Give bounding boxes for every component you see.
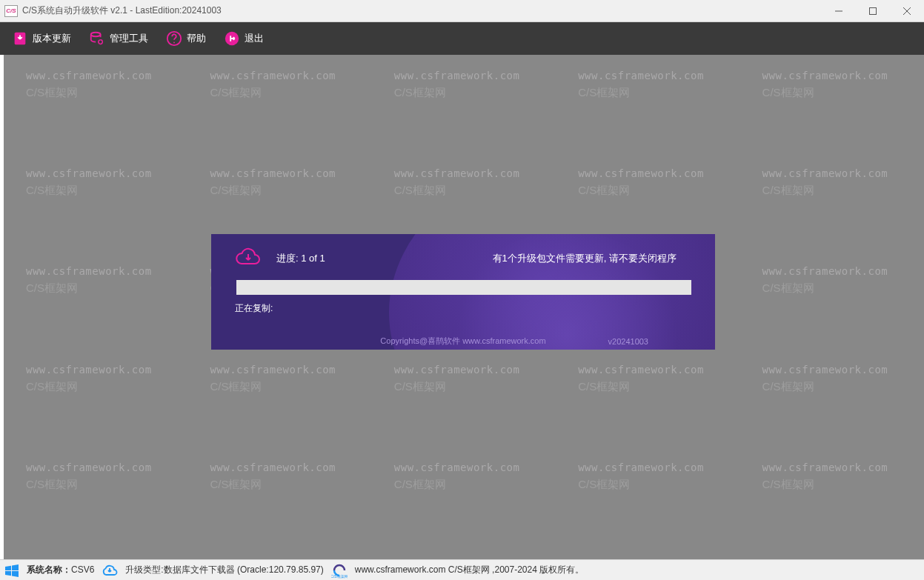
admin-tools-button[interactable]: 管理工具 [89, 30, 148, 47]
download-icon [12, 30, 28, 47]
watermark: www.csframework.comC/S框架网 [4, 265, 187, 363]
watermark: www.csframework.comC/S框架网 [4, 70, 187, 167]
upgrade-type-label: 升级类型:数据库文件下载器 (Oracle:120.79.85.97) [125, 564, 323, 576]
toolbar: 版本更新 管理工具 帮助 退出 [0, 22, 924, 55]
content-area: www.csframework.comC/S框架网 www.csframewor… [4, 55, 924, 559]
watermark: www.csframework.comC/S框架网 [187, 461, 371, 559]
copying-label: 正在复制: [235, 302, 691, 315]
database-gear-icon [89, 30, 105, 47]
watermark: www.csframework.comC/S框架网 [740, 70, 924, 167]
watermark: www.csframework.comC/S框架网 [187, 70, 371, 167]
copyright-text: Copyrights@喜鹊软件 www.csframework.com [380, 336, 545, 347]
progress-bar [236, 280, 691, 295]
toolbar-label: 退出 [245, 32, 264, 45]
statusbar: 系统名称：CSV6 升级类型:数据库文件下载器 (Oracle:120.79.8… [0, 559, 924, 580]
watermark: www.csframework.comC/S框架网 [372, 461, 556, 559]
svg-rect-1 [870, 7, 877, 14]
watermark: www.csframework.comC/S框架网 [556, 461, 739, 559]
titlebar: C/S C/S系统自动升级软件 v2.1 - LastEdition:20241… [0, 0, 924, 22]
watermark: www.csframework.comC/S框架网 [4, 167, 187, 265]
window-controls [822, 0, 924, 21]
help-button[interactable]: 帮助 [166, 30, 206, 47]
window-title: C/S系统自动升级软件 v2.1 - LastEdition:20241003 [22, 4, 822, 17]
toolbar-label: 帮助 [187, 32, 206, 45]
watermark: www.csframework.comC/S框架网 [740, 265, 924, 363]
version-update-button[interactable]: 版本更新 [12, 30, 71, 47]
watermark: www.csframework.comC/S框架网 [556, 70, 739, 167]
close-button[interactable] [890, 0, 924, 21]
cloud-download-icon [235, 246, 262, 271]
minimize-button[interactable] [822, 0, 856, 21]
watermark: www.csframework.comC/S框架网 [4, 461, 187, 559]
help-icon [166, 30, 182, 47]
exit-button[interactable]: 退出 [224, 30, 264, 47]
progress-dialog: 进度: 1 of 1 有1个升级包文件需要更新, 请不要关闭程序 正在复制: C… [211, 234, 715, 350]
cs-logo-icon: C/S框架网 [331, 562, 348, 579]
maximize-button[interactable] [856, 0, 890, 21]
toolbar-label: 版本更新 [33, 32, 71, 45]
svg-point-5 [91, 33, 101, 37]
svg-point-8 [173, 42, 175, 44]
app-icon: C/S [4, 5, 18, 17]
update-notice: 有1个升级包文件需要更新, 请不要关闭程序 [493, 252, 677, 265]
watermark: www.csframework.comC/S框架网 [740, 364, 924, 461]
system-name-label: 系统名称：CSV6 [27, 564, 94, 576]
svg-text:C/S框架网: C/S框架网 [331, 574, 348, 579]
watermark: www.csframework.comC/S框架网 [740, 167, 924, 265]
cloud-icon [102, 564, 118, 576]
watermark: www.csframework.comC/S框架网 [740, 461, 924, 559]
watermark: www.csframework.comC/S框架网 [4, 364, 187, 461]
watermark: www.csframework.comC/S框架网 [187, 364, 371, 461]
exit-icon [224, 30, 240, 47]
watermark: www.csframework.comC/S框架网 [556, 364, 739, 461]
watermark: www.csframework.comC/S框架网 [372, 364, 556, 461]
watermark: www.csframework.comC/S框架网 [372, 70, 556, 167]
windows-icon [4, 564, 19, 577]
progress-label: 进度: 1 of 1 [276, 252, 325, 265]
version-tag: v20241003 [608, 337, 648, 346]
site-info-label: www.csframework.com C/S框架网 ,2007-2024 版权… [355, 564, 584, 576]
toolbar-label: 管理工具 [110, 32, 148, 45]
